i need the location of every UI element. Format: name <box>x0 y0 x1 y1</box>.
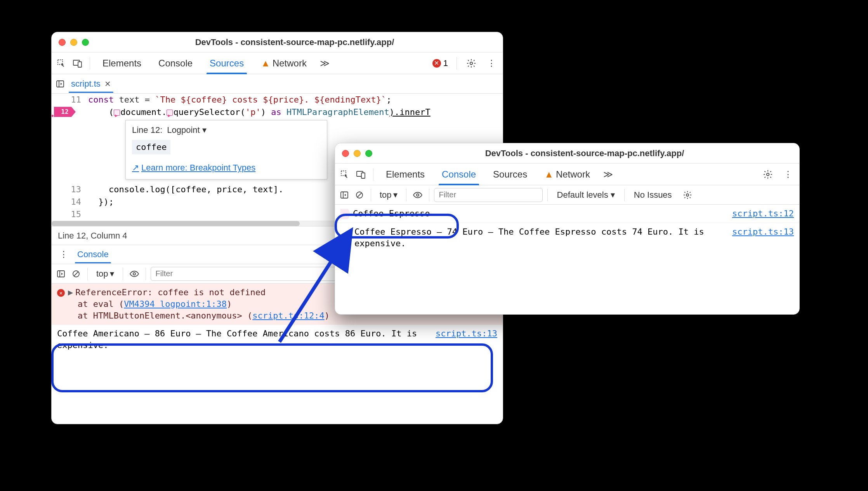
svg-point-21 <box>686 194 689 196</box>
chevron-down-icon: ▾ <box>202 125 207 135</box>
kebab-menu-icon[interactable]: ⋮ <box>56 249 72 259</box>
tab-elements[interactable]: Elements <box>379 164 432 185</box>
clear-console-icon[interactable] <box>353 188 366 202</box>
title-bar[interactable]: DevTools - consistent-source-map-pc.netl… <box>335 143 799 164</box>
drawer-tab-console[interactable]: Console <box>72 246 114 263</box>
tab-sources[interactable]: Sources <box>203 52 251 74</box>
error-count-badge[interactable]: ✕ 1 <box>429 58 451 68</box>
divider <box>123 268 123 280</box>
line-number[interactable]: 11 <box>52 94 88 106</box>
filter-input[interactable] <box>434 188 543 202</box>
svg-line-9 <box>74 272 78 276</box>
window-title: DevTools - consistent-source-map-pc.netl… <box>94 37 496 47</box>
panel-tabs: Elements Console Sources ▲Network ≫ ⋮ <box>335 164 799 185</box>
settings-gear-icon[interactable] <box>759 169 777 179</box>
svg-point-15 <box>767 173 769 176</box>
svg-rect-14 <box>361 173 365 178</box>
console-log-message[interactable]: script.ts:13 Coffee Americano — 86 Euro … <box>52 325 503 354</box>
devtools-window-console: DevTools - consistent-source-map-pc.netl… <box>335 143 800 315</box>
divider <box>547 189 548 201</box>
svg-rect-6 <box>57 271 64 277</box>
warning-icon: ▲ <box>261 58 270 69</box>
more-tabs-icon[interactable]: ≫ <box>600 169 616 180</box>
chevron-right-icon: › <box>340 256 342 262</box>
divider <box>87 268 88 280</box>
log-text: Coffee Americano — 86 Euro — The Coffee … <box>57 328 497 351</box>
title-bar[interactable]: DevTools - consistent-source-map-pc.netl… <box>52 32 503 52</box>
tab-sources[interactable]: Sources <box>486 164 534 185</box>
learn-more-link[interactable]: ↗Learn more: Breakpoint Types <box>132 163 255 172</box>
logpoint-badge-icon <box>340 209 351 219</box>
kebab-menu-icon[interactable]: ⋮ <box>483 58 500 68</box>
warning-icon: ▲ <box>544 169 554 180</box>
panel-tabs: Elements Console Sources ▲Network ≫ ✕ 1 … <box>52 52 503 74</box>
stack-frame-link[interactable]: VM4394 logpoint:1:38 <box>124 299 227 309</box>
tab-elements[interactable]: Elements <box>95 52 148 74</box>
live-expression-icon[interactable] <box>411 188 424 202</box>
source-link[interactable]: script.ts:13 <box>732 226 794 238</box>
close-icon[interactable]: ✕ <box>104 79 111 89</box>
console-prompt[interactable]: › <box>335 252 799 266</box>
inspect-element-icon[interactable] <box>55 57 68 70</box>
device-toolbar-icon[interactable] <box>354 168 368 181</box>
expand-triangle-icon[interactable]: ▶ <box>68 287 73 298</box>
line-number[interactable]: 15 <box>52 208 88 221</box>
clear-console-icon[interactable] <box>69 267 83 280</box>
conditional-marker-icon <box>167 110 173 116</box>
tab-console[interactable]: Console <box>435 164 483 185</box>
show-navigator-icon[interactable] <box>54 78 66 90</box>
zoom-window-icon[interactable] <box>82 39 89 46</box>
more-tabs-icon[interactable]: ≫ <box>317 58 333 69</box>
close-window-icon[interactable] <box>342 150 349 157</box>
context-select[interactable]: top ▾ <box>376 190 401 200</box>
context-select[interactable]: top ▾ <box>92 269 118 279</box>
tab-network[interactable]: ▲Network <box>254 52 314 74</box>
console-settings-gear-icon[interactable] <box>679 190 696 200</box>
stack-frame-link[interactable]: script.ts:12:4 <box>252 311 324 320</box>
file-tab-label: script.ts <box>71 79 101 89</box>
error-text: ReferenceError: coffee is not defined <box>75 287 266 297</box>
logpoint-text: Coffee Espresso <box>353 209 430 218</box>
tab-console[interactable]: Console <box>151 52 200 74</box>
file-tab-script[interactable]: script.ts ✕ <box>66 76 116 92</box>
svg-rect-2 <box>78 62 82 67</box>
console-log-message[interactable]: script.ts:13 Coffee Espresso — 74 Euro —… <box>335 223 799 252</box>
close-window-icon[interactable] <box>59 39 66 46</box>
filter-input[interactable] <box>151 267 346 281</box>
breakpoint-marker-icon[interactable]: 12 <box>54 107 76 117</box>
divider <box>457 57 457 70</box>
line-number[interactable]: 13 <box>52 183 88 196</box>
inspect-element-icon[interactable] <box>338 168 351 181</box>
divider <box>624 189 625 201</box>
issues-label[interactable]: No Issues <box>629 190 677 200</box>
console-toolbar: top ▾ Default levels ▾ No Issues <box>335 185 799 205</box>
console-logpoint-message[interactable]: script.ts:12 Coffee Espresso <box>335 205 799 223</box>
minimize-window-icon[interactable] <box>70 39 77 46</box>
error-icon: ✕ <box>432 59 441 68</box>
line-number[interactable]: 14 <box>52 196 88 208</box>
file-tabs: script.ts ✕ <box>52 74 503 94</box>
log-levels-select[interactable]: Default levels ▾ <box>552 190 620 200</box>
cursor-position-label: Line 12, Column 4 <box>58 231 127 241</box>
logpoint-expression-input[interactable]: coffee <box>132 140 170 154</box>
traffic-lights <box>342 150 372 157</box>
divider <box>146 268 146 280</box>
divider <box>373 168 373 181</box>
zoom-window-icon[interactable] <box>365 150 372 157</box>
settings-gear-icon[interactable] <box>462 58 480 68</box>
source-link[interactable]: script.ts:12 <box>732 208 794 219</box>
tab-network[interactable]: ▲Network <box>537 164 597 185</box>
kebab-menu-icon[interactable]: ⋮ <box>780 169 796 179</box>
logpoint-line-label: Line 12: <box>132 125 162 135</box>
source-link[interactable]: script.ts:13 <box>436 328 497 340</box>
live-expression-icon[interactable] <box>128 267 141 280</box>
minimize-window-icon[interactable] <box>354 150 361 157</box>
show-sidebar-icon[interactable] <box>55 268 67 280</box>
device-toolbar-icon[interactable] <box>71 57 84 70</box>
show-sidebar-icon[interactable] <box>338 189 351 201</box>
traffic-lights <box>59 39 89 46</box>
logpoint-gutter-icon: •• <box>51 110 54 122</box>
svg-line-19 <box>358 193 362 197</box>
breakpoint-type-select[interactable]: Logpoint ▾ <box>167 125 206 135</box>
conditional-marker-icon <box>114 110 120 116</box>
